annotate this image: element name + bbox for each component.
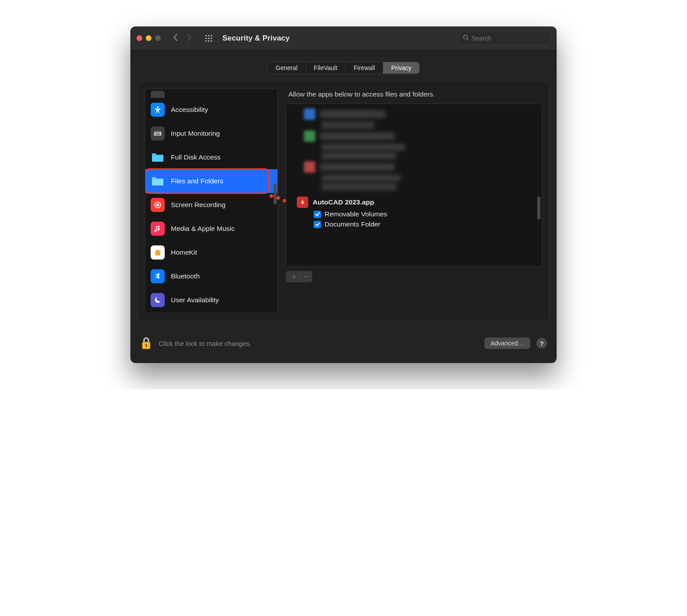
- window-controls: [137, 35, 161, 41]
- svg-line-10: [467, 39, 469, 41]
- svg-rect-18: [155, 134, 160, 135]
- svg-rect-12: [154, 132, 162, 136]
- sidebar-item-user-availability[interactable]: User Availability: [145, 288, 277, 312]
- app-name-label: AutoCAD 2023.app: [313, 198, 374, 206]
- footer: Click the lock to make changes. Advanced…: [130, 328, 557, 363]
- forward-button: [185, 33, 192, 44]
- scroll-peek-above: [145, 89, 277, 98]
- svg-point-2: [211, 35, 212, 36]
- sidebar-item-label: Files and Folders: [171, 177, 223, 185]
- tab-general[interactable]: General: [268, 62, 306, 74]
- preferences-window: Security & Privacy General FileVault Fir…: [130, 26, 557, 363]
- tab-filevault[interactable]: FileVault: [306, 62, 346, 74]
- add-button: ＋: [291, 272, 298, 282]
- svg-point-0: [205, 35, 207, 36]
- svg-rect-15: [157, 133, 158, 134]
- permission-documents-folder[interactable]: Documents Folder: [304, 218, 536, 228]
- search-field[interactable]: [459, 32, 550, 45]
- svg-rect-24: [146, 345, 147, 347]
- lock-button[interactable]: [140, 336, 152, 351]
- bluetooth-icon: [151, 269, 165, 283]
- help-button[interactable]: ?: [536, 338, 547, 349]
- sidebar-item-label: Media & Apple Music: [171, 225, 235, 233]
- sidebar-item-homekit[interactable]: HomeKit: [145, 241, 277, 264]
- privacy-category-list[interactable]: Accessibility Input Monitoring Full Disk…: [145, 89, 278, 313]
- scrollbar-thumb[interactable]: [537, 197, 540, 219]
- sidebar-item-label: Full Disk Access: [171, 153, 221, 161]
- folder-icon: [151, 174, 165, 188]
- svg-rect-14: [156, 133, 157, 134]
- lock-hint-text: Click the lock to make changes.: [159, 340, 251, 347]
- divider: [300, 273, 301, 280]
- detail-header: Allow the apps below to access files and…: [286, 89, 542, 104]
- tab-privacy[interactable]: Privacy: [383, 62, 419, 74]
- svg-point-5: [211, 37, 212, 39]
- tabs-group: General FileVault Firewall Privacy: [130, 50, 557, 81]
- remove-button: −: [303, 273, 307, 281]
- keyboard-icon: [151, 126, 165, 141]
- sidebar-item-label: Accessibility: [171, 106, 208, 114]
- folder-icon: [151, 150, 165, 164]
- sidebar-item-label: HomeKit: [171, 249, 197, 256]
- sidebar-item-screen-recording[interactable]: Screen Recording: [145, 193, 277, 217]
- svg-point-11: [157, 106, 159, 108]
- redacted-apps: [304, 108, 536, 190]
- svg-point-8: [211, 40, 212, 41]
- svg-rect-17: [159, 133, 160, 134]
- add-remove-segment: ＋ −: [286, 271, 312, 282]
- scrollbar-thumb[interactable]: [273, 183, 277, 204]
- checkbox-checked-icon[interactable]: [314, 211, 321, 218]
- titlebar: Security & Privacy: [130, 26, 557, 50]
- window-title: Security & Privacy: [222, 34, 290, 43]
- advanced-button[interactable]: Advanced…: [484, 338, 530, 349]
- accessibility-icon: [151, 103, 165, 117]
- sidebar-item-full-disk-access[interactable]: Full Disk Access: [145, 145, 277, 169]
- sidebar-item-media-music[interactable]: Media & Apple Music: [145, 217, 277, 241]
- record-icon: [151, 198, 165, 212]
- svg-rect-13: [155, 133, 155, 134]
- checkbox-checked-icon[interactable]: [314, 221, 321, 228]
- svg-rect-16: [158, 133, 159, 134]
- moon-icon: [151, 293, 165, 307]
- permission-removable-volumes[interactable]: Removable Volumes: [304, 208, 536, 218]
- minimize-window-button[interactable]: [146, 35, 151, 41]
- search-input[interactable]: [472, 35, 547, 42]
- back-button[interactable]: [172, 33, 179, 44]
- permission-label: Removable Volumes: [325, 210, 387, 218]
- nav-controls: [172, 33, 192, 44]
- sidebar-item-files-and-folders[interactable]: Files and Folders: [145, 169, 277, 193]
- svg-point-20: [157, 204, 159, 206]
- sidebar-item-label: User Availability: [171, 296, 219, 304]
- svg-point-4: [208, 37, 209, 39]
- sidebar-item-accessibility[interactable]: Accessibility: [145, 98, 277, 122]
- svg-point-3: [205, 37, 207, 39]
- search-icon: [463, 34, 469, 42]
- sidebar-item-label: Input Monitoring: [171, 130, 220, 137]
- sidebar-item-bluetooth[interactable]: Bluetooth: [145, 264, 277, 288]
- close-window-button[interactable]: [137, 35, 142, 41]
- music-icon: [151, 222, 165, 236]
- tab-firewall[interactable]: Firewall: [346, 62, 383, 74]
- zoom-window-button[interactable]: [155, 35, 161, 41]
- svg-point-9: [464, 35, 468, 39]
- app-icon: A: [297, 197, 308, 208]
- svg-point-6: [205, 40, 207, 41]
- privacy-panel: Accessibility Input Monitoring Full Disk…: [137, 81, 550, 321]
- sidebar-item-label: Screen Recording: [171, 201, 225, 209]
- sidebar-item-input-monitoring[interactable]: Input Monitoring: [145, 122, 277, 145]
- svg-point-7: [208, 40, 209, 41]
- show-all-preferences-button[interactable]: [205, 34, 213, 42]
- detail-pane: Allow the apps below to access files and…: [286, 89, 542, 313]
- app-entry-autocad: A AutoCAD 2023.app Removable Volumes D: [304, 197, 536, 228]
- svg-point-1: [208, 35, 209, 36]
- permission-label: Documents Folder: [325, 220, 380, 228]
- apps-list[interactable]: A AutoCAD 2023.app Removable Volumes D: [286, 104, 542, 267]
- sidebar-item-label: Bluetooth: [171, 272, 200, 280]
- home-icon: [151, 245, 165, 260]
- tabs: General FileVault Firewall Privacy: [267, 62, 420, 74]
